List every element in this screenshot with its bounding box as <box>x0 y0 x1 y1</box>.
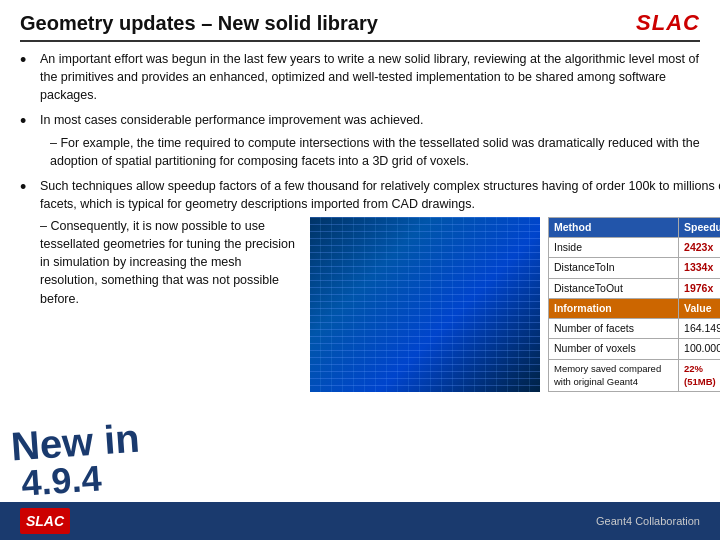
bullet-text-1: An important effort was begun in the las… <box>40 50 700 104</box>
table-row-memory-val: 22% (51MB) <box>679 359 720 392</box>
new-in-sub: 4.9.4 <box>20 457 143 501</box>
table-col-info: Information <box>549 298 679 318</box>
slide-title: Geometry updates – New solid library <box>20 12 378 35</box>
data-table: Method Speedup Inside 2423x DistanceToIn… <box>548 217 720 392</box>
footer-slac-logo: SLAC <box>26 513 64 529</box>
table-row-facets-label: Number of facets <box>549 319 679 339</box>
table-row-inside-val: 2423x <box>679 238 720 258</box>
table-row-dtoin-label: DistanceToIn <box>549 258 679 278</box>
bullet-3: • Such techniques allow speedup factors … <box>20 177 700 392</box>
bottom-right-visuals: Method Speedup Inside 2423x DistanceToIn… <box>310 217 720 392</box>
bullet-2: • In most cases considerable performance… <box>20 111 700 169</box>
bullet-1: • An important effort was begun in the l… <box>20 50 700 104</box>
table-row-dtoin-val: 1334x <box>679 258 720 278</box>
footer-bar: SLAC Geant4 Collaboration <box>0 502 720 540</box>
content-area: • An important effort was begun in the l… <box>20 50 700 392</box>
bullet-dot-3: • <box>20 177 36 199</box>
table-col-value: Value <box>679 298 720 318</box>
bullet-dot-1: • <box>20 50 36 72</box>
table-row-dtoout-label: DistanceToOut <box>549 278 679 298</box>
table-col-method: Method <box>549 218 679 238</box>
table-row-inside-label: Inside <box>549 238 679 258</box>
bullet-text-2: In most cases considerable performance i… <box>40 113 424 127</box>
sub-bullet-2: – For example, the time required to comp… <box>50 134 700 170</box>
bullet-text-3-wrap: Such techniques allow speedup factors of… <box>40 177 720 392</box>
footer-logo-area: SLAC <box>20 508 70 534</box>
sub-text-3: – Consequently, it is now possible to us… <box>40 219 295 306</box>
slac-logo: SLAC <box>636 10 700 36</box>
table-row-memory-label: Memory saved compared with original Gean… <box>549 359 679 392</box>
mesh-image <box>310 217 540 392</box>
slide: Geometry updates – New solid library SLA… <box>0 0 720 540</box>
bottom-left-text: – Consequently, it is now possible to us… <box>40 217 300 308</box>
bullet-text-2-wrap: In most cases considerable performance i… <box>40 111 700 169</box>
table-col-speedup: Speedup <box>679 218 720 238</box>
bullet-text-3: Such techniques allow speedup factors of… <box>40 179 720 211</box>
bullet-dot-2: • <box>20 111 36 133</box>
bottom-section: – Consequently, it is now possible to us… <box>40 217 720 392</box>
table-row-dtoout-val: 1976x <box>679 278 720 298</box>
footer-text: Geant4 Collaboration <box>596 515 700 527</box>
sub-text-2: – For example, the time required to comp… <box>50 134 700 170</box>
header: Geometry updates – New solid library SLA… <box>20 10 700 42</box>
table-row-facets-val: 164.149 <box>679 319 720 339</box>
table-row-voxels-label: Number of voxels <box>549 339 679 359</box>
table-row-voxels-val: 100.000 <box>679 339 720 359</box>
